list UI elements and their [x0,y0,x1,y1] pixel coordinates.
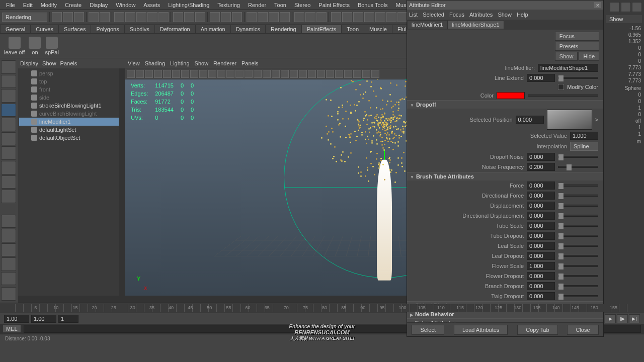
force-slider[interactable] [558,185,598,187]
force-field[interactable] [527,182,555,190]
layout4-icon[interactable] [280,12,290,22]
hide-button[interactable]: Hide [579,52,599,61]
snap-curve-icon[interactable] [125,12,135,22]
directional_displacement-field[interactable] [527,212,555,220]
shelf-tab-animation[interactable]: Animation [195,25,231,34]
menu-assets[interactable]: Assets [139,2,164,8]
vp-icon-12[interactable] [235,70,244,78]
vp-icon-0[interactable] [127,70,135,78]
shelf-item-spPai[interactable]: spPai [45,37,59,55]
shelf-tab-deformation[interactable]: Deformation [154,25,196,34]
noise-freq-slider[interactable] [558,166,598,168]
misc6-icon[interactable] [386,12,396,22]
vp-icon-24[interactable] [344,70,352,78]
render-icon[interactable] [210,12,220,22]
leaf_dropout-field[interactable] [527,252,555,260]
graph-icon[interactable] [316,12,327,22]
outliner-item-side[interactable]: side [19,94,124,102]
menu-bonustools[interactable]: Bonus Tools [354,2,392,8]
outliner-item-strokeBirchBlowingLight1[interactable]: strokeBirchBlowingLight1 [19,102,124,110]
show-button[interactable]: Show [555,52,578,61]
last-tool[interactable] [1,190,16,203]
paint-select-tool[interactable] [1,89,16,103]
shelf-item-leaveoff[interactable]: leave off [4,37,25,55]
attr-tab-lineModifier1[interactable]: lineModifier1 [407,20,447,29]
menu-painteffects[interactable]: Paint Effects [314,2,354,8]
attr-menu-attributes[interactable]: Attributes [469,12,493,18]
twig_dropout-field[interactable] [527,292,555,300]
color-swatch[interactable] [497,92,525,99]
end-button[interactable]: ▶| [629,314,640,323]
attr-select-button[interactable]: Select [412,325,444,335]
snap-live-icon[interactable] [158,12,169,22]
node-name-field[interactable] [538,64,598,72]
vp-icon-25[interactable] [353,70,361,78]
snap-point-icon[interactable] [136,12,146,22]
current-frame-field[interactable] [58,315,78,323]
vp-icon-8[interactable] [199,70,207,78]
shelf-tab-rendering[interactable]: Rendering [265,25,302,34]
attr-close-button[interactable]: Close [567,325,598,335]
render-settings-icon[interactable] [232,12,242,22]
shelf-tab-curves[interactable]: Curves [30,25,59,34]
vp-icon-26[interactable] [362,70,370,78]
channel-show-menu[interactable]: Show [606,15,642,23]
vp-icon-18[interactable] [290,70,298,78]
attr-tab-lineModifierShape1[interactable]: lineModifierShape1 [447,20,504,29]
selected-position-field[interactable] [516,116,544,124]
construction-icon[interactable] [195,12,205,22]
shelf-tab-surfaces[interactable]: Surfaces [58,25,91,34]
lasso-tool[interactable] [1,75,16,88]
branch_dropout-field[interactable] [527,282,555,290]
menu-display[interactable]: Display [86,2,112,8]
outliner-hscroll[interactable] [18,296,125,303]
scale-tool[interactable] [1,132,16,146]
vp-icon-20[interactable] [308,70,316,78]
attr-icon[interactable] [632,2,642,12]
presets-button[interactable]: Presets [555,42,599,51]
outliner-item-curveBirchBlowingLight[interactable]: curveBirchBlowingLight [19,110,124,118]
rotate-tool[interactable] [1,118,16,131]
outliner-icon[interactable] [305,12,315,22]
attr-load-attributes-button[interactable]: Load Attributes [454,325,508,335]
outliner-item-top[interactable]: top [19,77,124,85]
vp-icon-5[interactable] [172,70,180,78]
dropoff-ramp[interactable] [547,110,592,130]
vp-icon-17[interactable] [281,70,289,78]
vp-icon-3[interactable] [154,70,162,78]
outliner-item-front[interactable]: front [19,85,124,94]
attr-menu-show[interactable]: Show [498,12,512,18]
flower_dropout-field[interactable] [527,272,555,280]
dropoff-noise-slider[interactable] [558,156,598,158]
snap-grid-icon[interactable] [114,12,124,22]
attr-menu-selected[interactable]: Selected [423,12,444,18]
layout2-icon[interactable] [258,12,268,22]
noise-freq-field[interactable] [527,163,555,171]
attr-menu-list[interactable]: List [409,12,418,18]
brush-tube-section-header[interactable]: Brush Tube Attributes [407,172,603,180]
hypershade-icon[interactable] [294,12,304,22]
flower_dropout-slider[interactable] [558,275,598,277]
outliner-item-lineModifier1[interactable]: lineModifier1 [19,118,124,126]
vp-icon-1[interactable] [136,70,144,78]
menu-stereo[interactable]: Stereo [290,2,314,8]
outliner-item-persp[interactable]: persp [19,69,124,77]
attr-copy-tab-button[interactable]: Copy Tab [517,325,557,335]
play-button[interactable]: ▶ [605,314,616,323]
single-view-icon[interactable] [1,215,16,228]
shelf-tab-subdivs[interactable]: Subdivs [124,25,155,34]
displacement-slider[interactable] [558,205,598,207]
attr-menu-help[interactable]: Help [517,12,528,18]
undo-icon[interactable] [89,12,99,22]
outliner-item-defaultLightSet[interactable]: defaultLightSet [19,126,124,134]
shelf-tab-general[interactable]: General [0,25,31,34]
flower_scale-field[interactable] [527,262,555,270]
save-scene-icon[interactable] [74,12,84,22]
cmd-lang-label[interactable]: MEL [3,325,21,332]
directional_displacement-slider[interactable] [558,215,598,217]
attr-menu-focus[interactable]: Focus [449,12,464,18]
snap-plane-icon[interactable] [147,12,157,22]
layout-b-icon[interactable] [1,257,16,271]
vp-icon-4[interactable] [163,70,171,78]
menu-lightingshading[interactable]: Lighting/Shading [164,2,213,8]
